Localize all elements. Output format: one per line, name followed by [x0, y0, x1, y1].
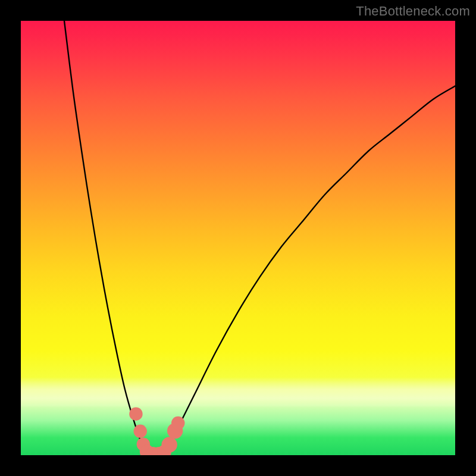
- bottleneck-curve-svg: [21, 21, 455, 455]
- curve-marker: [134, 425, 147, 438]
- curve-right-branch: [164, 86, 455, 456]
- chart-frame: TheBottleneck.com: [0, 0, 476, 476]
- plot-area: [21, 21, 455, 455]
- curve-group: [64, 21, 455, 455]
- curve-marker: [161, 437, 177, 452]
- watermark-text: TheBottleneck.com: [356, 4, 470, 19]
- curve-marker: [129, 407, 142, 420]
- marker-group: [129, 407, 184, 455]
- curve-marker: [171, 416, 184, 430]
- curve-left-branch: [64, 21, 147, 455]
